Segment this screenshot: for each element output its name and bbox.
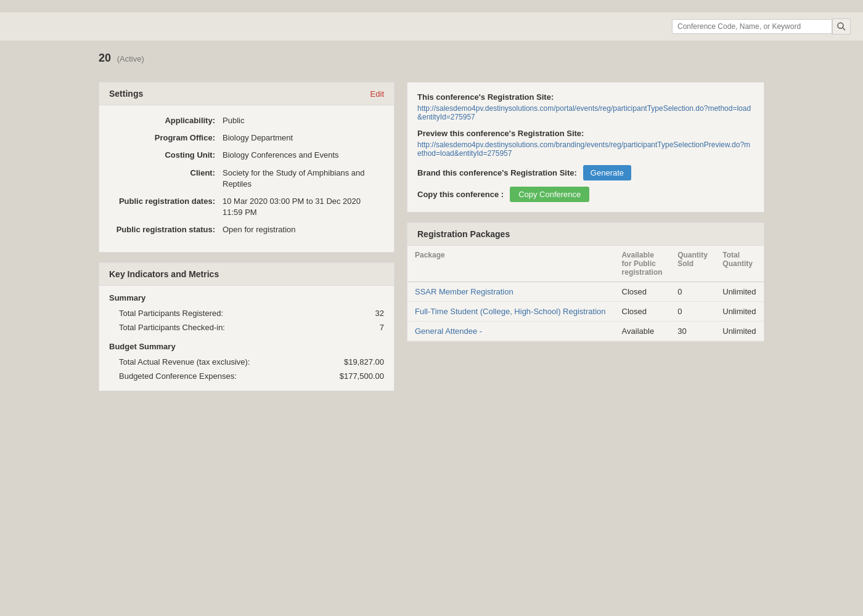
metric-row-checkedin: Total Participants Checked-in: 7 (109, 320, 384, 334)
settings-row-program-office: Program Office: Biology Department (112, 132, 382, 144)
settings-label: Client: (112, 168, 223, 179)
metric-label: Total Actual Revenue (tax exclusive): (119, 357, 344, 367)
metric-value: 7 (380, 323, 384, 332)
packages-table-header: Package Availablefor Publicregistration … (407, 246, 764, 282)
right-column: This conference's Registration Site: htt… (407, 82, 764, 391)
copy-conference-button[interactable]: Copy Conference (510, 187, 589, 202)
metric-label: Total Participants Checked-in: (119, 323, 380, 332)
svg-line-1 (843, 28, 845, 30)
pkg-name: General Attendee - (407, 322, 615, 341)
pkg-link[interactable]: General Attendee - (415, 326, 482, 336)
settings-row-client: Client: Society for the Study of Amphibi… (112, 168, 382, 190)
col-qty-sold: QuantitySold (670, 246, 715, 282)
preview-link[interactable]: http://salesdemo4pv.destinysolutions.com… (417, 140, 754, 158)
preview-title: Preview this conference's Registration S… (417, 129, 754, 138)
settings-card: Settings Edit Applicability: Public Prog… (99, 82, 395, 253)
settings-label: Program Office: (112, 132, 223, 144)
col-package: Package (407, 246, 615, 282)
pkg-available: Closed (615, 282, 671, 302)
settings-label: Public registration dates: (112, 196, 223, 207)
settings-label: Applicability: (112, 115, 223, 126)
summary-section-title: Summary (109, 293, 384, 302)
conference-id-row: 20 (Active) (0, 47, 863, 70)
search-container (672, 18, 851, 34)
generate-button[interactable]: Generate (583, 165, 631, 180)
copy-row: Copy this conference : Copy Conference (417, 187, 754, 202)
settings-row-costing-unit: Costing Unit: Biology Conferences and Ev… (112, 150, 382, 161)
metric-row-expenses: Budgeted Conference Expenses: $177,500.0… (109, 369, 384, 383)
packages-header: Registration Packages (407, 223, 764, 246)
settings-table: Applicability: Public Program Office: Bi… (99, 105, 394, 252)
indicators-body: Summary Total Participants Registered: 3… (99, 286, 394, 391)
pkg-qty-sold: 30 (670, 322, 715, 341)
metric-value: 32 (375, 309, 384, 318)
settings-card-header: Settings Edit (99, 83, 394, 105)
brand-row: Brand this conference's Registration Sit… (417, 165, 754, 180)
pkg-link[interactable]: SSAR Member Registration (415, 287, 513, 296)
page-wrapper: 20 (Active) Settings Edit Applicability:… (0, 0, 863, 616)
table-row: SSAR Member Registration Closed 0 Unlimi… (407, 282, 764, 302)
metric-value: $177,500.00 (340, 371, 384, 381)
settings-value: Open for registration (223, 224, 382, 235)
settings-value: Public (223, 115, 382, 126)
edit-link[interactable]: Edit (370, 89, 384, 99)
settings-value: Society for the Study of Amphibians and … (223, 168, 382, 190)
copy-label: Copy this conference : (417, 190, 504, 199)
reg-site-link[interactable]: http://salesdemo4pv.destinysolutions.com… (417, 104, 754, 121)
settings-row-pub-reg-status: Public registration status: Open for reg… (112, 224, 382, 235)
svg-point-0 (838, 23, 843, 28)
table-row: Full-Time Student (College, High-School)… (407, 302, 764, 322)
main-content: Settings Edit Applicability: Public Prog… (0, 82, 863, 391)
settings-value: Biology Department (223, 132, 382, 144)
top-bar (0, 12, 863, 41)
col-total-qty: TotalQuantity (715, 246, 764, 282)
pkg-link[interactable]: Full-Time Student (College, High-School)… (415, 307, 605, 316)
metric-row-revenue: Total Actual Revenue (tax exclusive): $1… (109, 355, 384, 369)
settings-row-applicability: Applicability: Public (112, 115, 382, 126)
packages-table: Package Availablefor Publicregistration … (407, 246, 764, 341)
pkg-qty-sold: 0 (670, 302, 715, 322)
pkg-available: Closed (615, 302, 671, 322)
brand-label: Brand this conference's Registration Sit… (417, 168, 577, 177)
indicators-header: Key Indicators and Metrics (99, 263, 394, 286)
indicators-card: Key Indicators and Metrics Summary Total… (99, 262, 395, 391)
pkg-available: Available (615, 322, 671, 341)
settings-title: Settings (109, 89, 143, 99)
pkg-total-qty: Unlimited (715, 322, 764, 341)
settings-label: Public registration status: (112, 224, 223, 235)
conference-id: 20 (99, 52, 111, 64)
indicators-title: Key Indicators and Metrics (109, 269, 219, 279)
reg-site-card: This conference's Registration Site: htt… (407, 82, 764, 213)
metric-value: $19,827.00 (344, 357, 384, 367)
conference-status: (Active) (117, 54, 144, 63)
left-column: Settings Edit Applicability: Public Prog… (99, 82, 395, 391)
metric-row-registered: Total Participants Registered: 32 (109, 306, 384, 320)
pkg-name: Full-Time Student (College, High-School)… (407, 302, 615, 322)
settings-row-pub-reg-dates: Public registration dates: 10 Mar 2020 0… (112, 196, 382, 218)
table-row: General Attendee - Available 30 Unlimite… (407, 322, 764, 341)
metric-label: Budgeted Conference Expenses: (119, 371, 340, 381)
search-icon (836, 22, 846, 31)
packages-card: Registration Packages Package Availablef… (407, 222, 764, 342)
col-available: Availablefor Publicregistration (615, 246, 671, 282)
reg-site-title: This conference's Registration Site: (417, 92, 754, 102)
pkg-total-qty: Unlimited (715, 302, 764, 322)
metric-label: Total Participants Registered: (119, 309, 375, 318)
search-button[interactable] (832, 18, 851, 34)
pkg-total-qty: Unlimited (715, 282, 764, 302)
packages-title: Registration Packages (417, 229, 510, 239)
pkg-name: SSAR Member Registration (407, 282, 615, 302)
settings-value: Biology Conferences and Events (223, 150, 382, 161)
settings-value: 10 Mar 2020 03:00 PM to 31 Dec 2020 11:5… (223, 196, 382, 218)
settings-label: Costing Unit: (112, 150, 223, 161)
search-input[interactable] (672, 19, 832, 34)
pkg-qty-sold: 0 (670, 282, 715, 302)
budget-section-title: Budget Summary (109, 342, 384, 351)
